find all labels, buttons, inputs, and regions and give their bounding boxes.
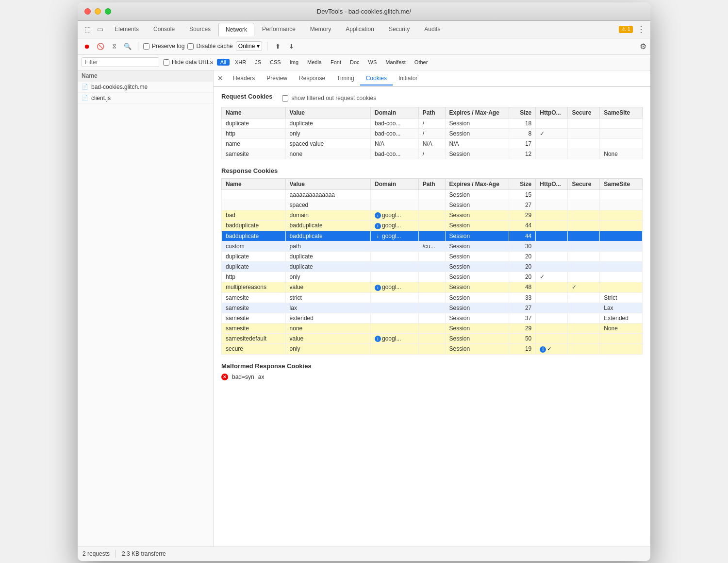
filter-media[interactable]: Media bbox=[304, 59, 325, 66]
cell-name: bad bbox=[222, 210, 286, 221]
table-row[interactable]: multiplereasons value igoogl... Session … bbox=[222, 282, 643, 293]
sub-tab-timing[interactable]: Timing bbox=[331, 72, 360, 85]
sub-tab-preview[interactable]: Preview bbox=[261, 72, 293, 85]
cell-name: samesite bbox=[222, 149, 286, 159]
table-row[interactable]: bad domain igoogl... Session 29 bbox=[222, 210, 643, 221]
filter-xhr[interactable]: XHR bbox=[232, 59, 249, 66]
maximize-button[interactable] bbox=[105, 8, 111, 15]
table-row[interactable]: badduplicate badduplicate igoogl... Sess… bbox=[222, 221, 643, 231]
close-button[interactable] bbox=[84, 8, 91, 15]
cell-value: domain bbox=[285, 210, 370, 221]
cursor-icon[interactable]: ⬚ bbox=[83, 24, 92, 34]
table-row[interactable]: secure only Session 19 i✓ bbox=[222, 344, 643, 355]
hide-data-urls-label[interactable]: Hide data URLs bbox=[163, 59, 213, 66]
cell-path: / bbox=[418, 149, 445, 159]
table-row[interactable]: duplicate duplicate bad-coo... / Session… bbox=[222, 118, 643, 128]
sub-tab-initiator[interactable]: Initiator bbox=[393, 72, 423, 85]
filter-font[interactable]: Font bbox=[327, 59, 345, 66]
table-row[interactable]: samesite none bad-coo... / Session 12 No… bbox=[222, 149, 643, 159]
table-row[interactable]: aaaaaaaaaaaaaa Session 15 bbox=[222, 189, 643, 200]
tab-memory[interactable]: Memory bbox=[303, 23, 338, 35]
filter-ws[interactable]: WS bbox=[365, 59, 381, 66]
cell-path bbox=[418, 221, 445, 231]
tab-performance[interactable]: Performance bbox=[255, 23, 302, 35]
hide-data-urls-checkbox[interactable] bbox=[163, 59, 169, 66]
tab-application[interactable]: Application bbox=[339, 23, 381, 35]
stop-button[interactable]: 🚫 bbox=[95, 41, 106, 51]
sub-tab-close-icon[interactable]: ✕ bbox=[217, 74, 223, 82]
filter-manifest[interactable]: Manifest bbox=[382, 59, 409, 66]
sub-tab-headers[interactable]: Headers bbox=[227, 72, 261, 85]
filter-doc[interactable]: Doc bbox=[347, 59, 363, 66]
table-row[interactable]: custom path /cu... Session 30 bbox=[222, 241, 643, 252]
more-options-icon[interactable]: ⋮ bbox=[637, 24, 645, 34]
malformed-title: Malformed Response Cookies bbox=[221, 362, 643, 370]
warning-badge[interactable]: ⚠ 1 bbox=[619, 26, 633, 33]
show-filtered-label[interactable]: show filtered out request cookies bbox=[282, 95, 376, 102]
th-resp-secure: Secure bbox=[568, 178, 600, 189]
filter-input[interactable] bbox=[82, 57, 159, 67]
device-icon[interactable]: ▭ bbox=[95, 24, 105, 34]
cell-expires: Session bbox=[445, 231, 509, 241]
filter-other[interactable]: Other bbox=[411, 59, 431, 66]
table-row[interactable]: spaced Session 27 bbox=[222, 200, 643, 210]
cell-expires: Session bbox=[445, 189, 509, 200]
table-row[interactable]: samesite extended Session 37 Extended bbox=[222, 313, 643, 323]
tab-console[interactable]: Console bbox=[147, 23, 182, 35]
sub-tab-cookies[interactable]: Cookies bbox=[360, 72, 393, 85]
disable-cache-text: Disable cache bbox=[196, 43, 232, 50]
tab-audits[interactable]: Audits bbox=[417, 23, 447, 35]
search-button[interactable]: 🔍 bbox=[122, 41, 133, 51]
table-row[interactable]: samesite strict Session 33 Strict bbox=[222, 292, 643, 303]
cell-httpo bbox=[536, 138, 568, 149]
traffic-lights bbox=[84, 8, 111, 15]
show-filtered-checkbox[interactable] bbox=[282, 95, 288, 102]
cell-samesite bbox=[600, 333, 643, 344]
cell-secure bbox=[568, 189, 600, 200]
tab-sources[interactable]: Sources bbox=[182, 23, 217, 35]
table-row[interactable]: samesitedefault value igoogl... Session … bbox=[222, 333, 643, 344]
table-row[interactable]: http only Session 20 ✓ bbox=[222, 272, 643, 282]
disable-cache-label[interactable]: Disable cache bbox=[187, 43, 232, 50]
tab-network[interactable]: Network bbox=[218, 23, 254, 36]
info-icon: i bbox=[375, 336, 381, 342]
table-row[interactable]: samesite none Session 29 None bbox=[222, 323, 643, 333]
filter-toggle[interactable]: ⧖ bbox=[109, 41, 119, 51]
th-resp-value: Value bbox=[285, 178, 370, 189]
sidebar-item-client-js[interactable]: 📄 client.js bbox=[78, 93, 213, 104]
record-button[interactable]: ⏺ bbox=[82, 41, 92, 51]
filter-js[interactable]: JS bbox=[251, 59, 265, 66]
settings-icon[interactable]: ⚙ bbox=[640, 42, 646, 51]
disable-cache-checkbox[interactable] bbox=[187, 43, 194, 50]
table-row[interactable]: badduplicate badduplicate igoogl... Sess… bbox=[222, 231, 643, 241]
sidebar-item-bad-cookies[interactable]: 📄 bad-cookies.glitch.me bbox=[78, 82, 213, 93]
sub-tab-response[interactable]: Response bbox=[293, 72, 331, 85]
cell-expires: Session bbox=[445, 200, 509, 210]
table-row[interactable]: duplicate duplicate Session 20 bbox=[222, 262, 643, 272]
filter-all[interactable]: All bbox=[217, 59, 230, 66]
file-icon: 📄 bbox=[82, 84, 88, 90]
minimize-button[interactable] bbox=[95, 8, 101, 15]
table-row[interactable]: http only bad-coo... / Session 8 ✓ bbox=[222, 128, 643, 138]
preserve-log-checkbox[interactable] bbox=[143, 43, 149, 50]
tab-security[interactable]: Security bbox=[382, 23, 416, 35]
file-icon: 📄 bbox=[82, 95, 88, 101]
table-row[interactable]: samesite lax Session 27 Lax bbox=[222, 303, 643, 313]
cell-size: 20 bbox=[509, 252, 536, 262]
cell-domain bbox=[371, 303, 419, 313]
tab-elements[interactable]: Elements bbox=[108, 23, 146, 35]
table-row[interactable]: duplicate duplicate Session 20 bbox=[222, 252, 643, 262]
filter-img[interactable]: Img bbox=[286, 59, 302, 66]
sidebar-item-label: bad-cookies.glitch.me bbox=[91, 84, 148, 90]
th-resp-path: Path bbox=[418, 178, 445, 189]
cell-size: 44 bbox=[509, 221, 536, 231]
upload-icon[interactable]: ⬆ bbox=[272, 41, 283, 51]
preserve-log-label[interactable]: Preserve log bbox=[143, 43, 184, 50]
th-req-name: Name bbox=[222, 107, 286, 118]
window-title: DevTools - bad-cookies.glitch.me/ bbox=[317, 8, 411, 15]
filter-css[interactable]: CSS bbox=[266, 59, 284, 66]
table-row[interactable]: name spaced value N/A N/A N/A 17 bbox=[222, 138, 643, 149]
throttle-select[interactable]: Online ▾ bbox=[236, 41, 263, 51]
download-icon[interactable]: ⬇ bbox=[286, 41, 297, 51]
sub-tab-bar: ✕ Headers Preview Response Timing Cookie… bbox=[214, 70, 650, 87]
